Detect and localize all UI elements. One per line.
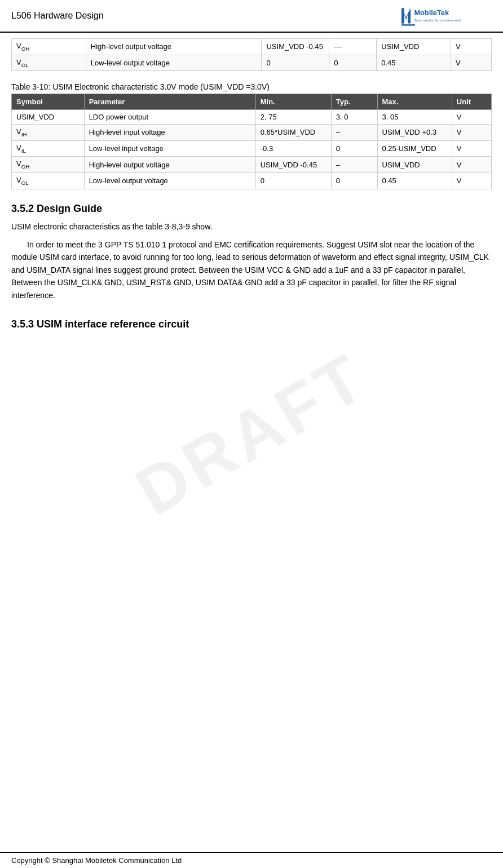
cell-min: 0 [262,55,329,71]
cell-typ: –– [329,39,377,55]
watermark: DRAFT [123,338,380,531]
cell-parameter: High-level input voltage [84,125,255,141]
page-header: L506 Hardware Design MobileTek Smart sol… [0,0,503,33]
cell-typ: – [331,157,377,173]
main-data-table: Symbol Parameter Min. Typ. Max. Unit USI… [11,94,492,189]
cell-symbol: VOL [12,172,85,189]
cell-parameter: High-level output voltage [84,157,255,173]
table-row: VOL Low-level output voltage 0 0 0.45 V [12,172,492,189]
cell-min: USIM_VDD -0.45 [255,157,331,173]
cell-symbol: VIL [12,140,85,157]
cell-unit: V [452,110,491,125]
section-353-heading: 3.5.3 USIM interface reference circuit [11,318,492,330]
cell-symbol: VOH [12,157,85,173]
section-352-para2: In order to meet the 3 GPP TS 51.010 1 p… [11,238,492,302]
col-header-unit: Unit [452,94,491,110]
cell-typ: 0 [329,55,377,71]
cell-min: 0.65*USIM_VDD [255,125,331,141]
cell-unit: V [452,140,491,157]
svg-text:MobileTek: MobileTek [414,8,449,17]
svg-text:Smart solution for a smarter w: Smart solution for a smarter world [414,19,461,22]
cell-max: USIM_VDD +0.3 [377,125,452,141]
col-header-symbol: Symbol [12,94,85,110]
table-row: VOH High-level output voltage USIM_VDD -… [12,39,492,55]
cell-symbol: VOH [12,39,86,55]
logo-area: MobileTek Smart solution for a smarter w… [401,5,492,27]
cell-typ: 3. 0 [331,110,377,125]
col-header-parameter: Parameter [84,94,255,110]
cell-min: 0 [255,172,331,189]
partial-table-top: VOH High-level output voltage USIM_VDD -… [11,38,492,71]
copyright-text: Copyright © Shanghai Mobiletek Communica… [11,856,182,865]
cell-unit: V [451,39,492,55]
section-353: 3.5.3 USIM interface reference circuit [11,318,492,330]
cell-min: USIM_VDD -0.45 [262,39,329,55]
table-row: USIM_VDD LDO power output 2. 75 3. 0 3. … [12,110,492,125]
section-352: 3.5.2 Design Guide USIM electronic chara… [11,203,492,302]
cell-max: 0.25·USIM_VDD [377,140,452,157]
cell-max: 0.45 [377,55,451,71]
cell-max: USIM_VDD [377,157,452,173]
page-container: DRAFT L506 Hardware Design MobileTek Sma… [0,0,503,868]
cell-parameter: High-level output voltage [86,39,262,55]
cell-typ: – [331,125,377,141]
company-logo: MobileTek Smart solution for a smarter w… [401,5,492,27]
col-header-max: Max. [377,94,452,110]
cell-min: -0.3 [255,140,331,157]
cell-parameter: Low-level output voltage [86,55,262,71]
section-352-para1: USIM electronic characteristics as the t… [11,220,492,233]
cell-symbol: VOL [12,55,86,71]
col-header-typ: Typ. [331,94,377,110]
cell-parameter: Low-level output voltage [84,172,255,189]
cell-max: 3. 05 [377,110,452,125]
cell-unit: V [452,125,491,141]
cell-unit: V [452,157,491,173]
table-header-row: Symbol Parameter Min. Typ. Max. Unit [12,94,492,110]
cell-min: 2. 75 [255,110,331,125]
section-352-heading: 3.5.2 Design Guide [11,203,492,215]
table-row: VOL Low-level output voltage 0 0 0.45 V [12,55,492,71]
page-footer: Copyright © Shanghai Mobiletek Communica… [0,852,503,868]
cell-unit: V [451,55,492,71]
page-content: VOH High-level output voltage USIM_VDD -… [0,38,503,330]
col-header-min: Min. [255,94,331,110]
svg-rect-4 [401,24,415,25]
table-caption: Table 3-10: USIM Electronic characterist… [11,82,492,91]
cell-typ: 0 [331,140,377,157]
cell-parameter: LDO power output [84,110,255,125]
cell-unit: V [452,172,491,189]
cell-max: USIM_VDD [377,39,451,55]
table-row: VOH High-level output voltage USIM_VDD -… [12,157,492,173]
table-row: VIL Low-level input voltage -0.3 0 0.25·… [12,140,492,157]
cell-parameter: Low-level input voltage [84,140,255,157]
cell-typ: 0 [331,172,377,189]
document-title: L506 Hardware Design [11,11,104,21]
table-row: VIH High-level input voltage 0.65*USIM_V… [12,125,492,141]
cell-symbol: VIH [12,125,85,141]
cell-max: 0.45 [377,172,452,189]
cell-symbol: USIM_VDD [12,110,85,125]
